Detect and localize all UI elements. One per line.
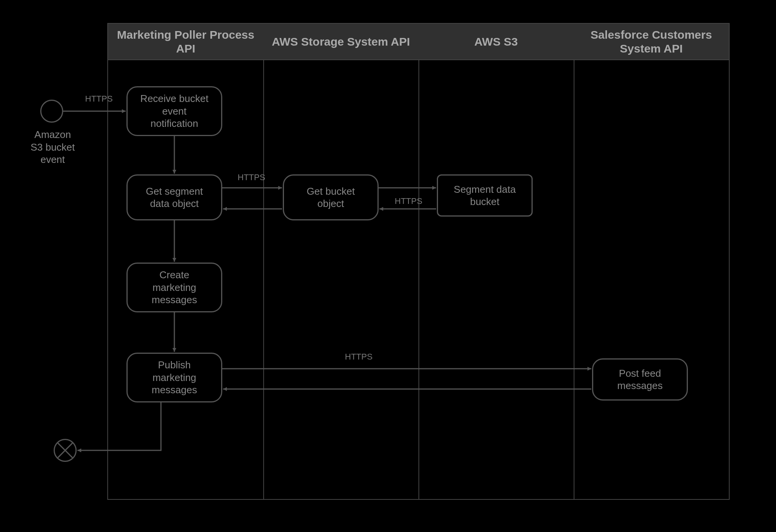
node-label: Post feedmessages xyxy=(617,367,663,392)
node-label: Receive bucketeventnotification xyxy=(140,92,208,130)
lane-header-salesforce: Salesforce Customers System API xyxy=(574,24,729,60)
node-segment-data-bucket: Segment databucket xyxy=(437,174,533,217)
node-create-marketing-messages: Createmarketingmessages xyxy=(126,263,222,312)
start-event-label: AmazonS3 bucketevent xyxy=(25,128,80,166)
edge-label-publish-to-postfeed: HTTPS xyxy=(345,352,372,362)
lane-title: Marketing Poller Process API xyxy=(111,28,260,56)
lane-title: AWS Storage System API xyxy=(272,35,410,49)
edge-label-getsegment-to-getbucket: HTTPS xyxy=(238,172,265,182)
lane-header-marketing-poller: Marketing Poller Process API xyxy=(108,24,263,60)
start-event-icon xyxy=(40,100,63,123)
end-event-icon xyxy=(54,439,77,462)
node-label: Get bucketobject xyxy=(307,185,355,210)
lane-salesforce: Salesforce Customers System API xyxy=(574,24,729,499)
lane-header-aws-storage: AWS Storage System API xyxy=(263,24,418,60)
lane-aws-s3: AWS S3 xyxy=(418,24,574,499)
node-publish-marketing-messages: Publishmarketingmessages xyxy=(126,353,222,402)
node-post-feed-messages: Post feedmessages xyxy=(592,358,688,401)
node-receive-bucket-event: Receive bucketeventnotification xyxy=(126,86,222,136)
node-get-bucket-object: Get bucketobject xyxy=(283,174,379,220)
node-get-segment-data-object: Get segmentdata object xyxy=(126,174,222,220)
edge-label-segmentbucket-back: HTTPS xyxy=(395,196,422,206)
node-label: Createmarketingmessages xyxy=(152,269,197,306)
lane-aws-storage: AWS Storage System API xyxy=(263,24,419,499)
lane-header-aws-s3: AWS S3 xyxy=(418,24,574,60)
lane-title: AWS S3 xyxy=(474,35,518,49)
lane-title: Salesforce Customers System API xyxy=(577,28,726,56)
edge-label-start-to-receive: HTTPS xyxy=(85,94,113,104)
start-event-text: AmazonS3 bucketevent xyxy=(31,129,75,165)
node-label: Publishmarketingmessages xyxy=(152,359,197,396)
diagram-canvas: Marketing Poller Process API AWS Storage… xyxy=(0,0,776,532)
node-label: Segment databucket xyxy=(454,183,516,208)
node-label: Get segmentdata object xyxy=(146,185,203,210)
